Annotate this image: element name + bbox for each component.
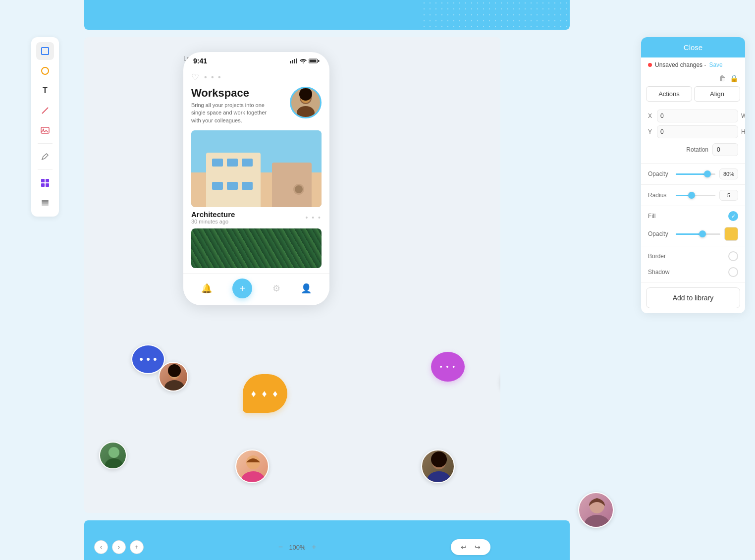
unsaved-changes-bar: Unsaved changes - Save [641, 57, 745, 72]
opacity-label: Opacity [648, 170, 672, 177]
avatar-red-man [159, 362, 188, 392]
chat-dots-yellow: ♦ ♦ ♦ [251, 388, 279, 399]
x-input[interactable] [657, 110, 738, 122]
rotation-row: Rotation [641, 141, 745, 161]
rotation-input[interactable] [712, 143, 738, 156]
align-tab[interactable]: Align [694, 86, 740, 102]
heart-icon[interactable]: ♡ [191, 72, 199, 83]
x-input-group: X [648, 110, 738, 122]
svg-rect-14 [294, 59, 295, 63]
panel-icons: 🗑 🔒 [641, 72, 745, 86]
profile-avatar [290, 87, 322, 118]
zoom-in-button[interactable]: + [309, 542, 320, 553]
nav-plus-label: + [239, 283, 245, 294]
opacity-row: Opacity [641, 166, 745, 182]
lock-icon[interactable]: 🔒 [730, 74, 738, 82]
chat-dots-blue: • • • [139, 353, 157, 366]
fill-opacity-track[interactable] [676, 233, 720, 235]
opacity-value[interactable] [719, 168, 738, 179]
canvas-area: Login ⚙ 9:41 ♡ • • • Workspace Bring all… [84, 37, 500, 513]
shadow-row: Shadow [641, 264, 745, 280]
text-tool[interactable]: T [36, 82, 54, 100]
svg-point-1 [42, 67, 49, 74]
architecture-card-image [191, 130, 322, 207]
phone-bottom-nav: 🔔 + ⚙ 👤 [183, 273, 329, 305]
unsaved-dot [648, 63, 652, 67]
card-time: 30 minutes ago [191, 219, 235, 224]
svg-rect-9 [42, 200, 49, 202]
phone-mockup: 9:41 ♡ • • • Workspace Bring all your pr… [183, 52, 329, 305]
zoom-value: 100% [289, 544, 305, 551]
add-to-library-button[interactable]: Add to library [646, 287, 740, 308]
nav-profile-icon[interactable]: 👤 [301, 283, 312, 294]
border-checkbox[interactable] [728, 251, 738, 261]
svg-point-34 [431, 451, 447, 467]
phone-top-actions: ♡ • • • [191, 72, 322, 83]
svg-rect-18 [310, 60, 317, 62]
svg-point-33 [427, 471, 451, 483]
layers-tool[interactable] [36, 194, 54, 212]
prev-page-button[interactable]: ‹ [94, 540, 108, 554]
opacity-slider-fill [676, 173, 707, 175]
svg-rect-7 [41, 183, 45, 187]
top-banner-dots [421, 0, 570, 30]
svg-point-4 [43, 129, 44, 130]
workspace-desc: Bring all your projects into one single … [191, 102, 270, 124]
svg-rect-0 [42, 48, 49, 55]
y-label: Y [648, 128, 655, 135]
more-icon[interactable]: • • • [204, 73, 222, 82]
leaves-card [191, 228, 322, 268]
radius-value[interactable] [719, 190, 738, 201]
chat-bubble-yellow: ♦ ♦ ♦ [243, 374, 287, 413]
rotation-label: Rotation [648, 146, 708, 153]
svg-point-21 [297, 106, 315, 117]
h-input-group: H [741, 125, 745, 138]
save-link[interactable]: Save [709, 61, 722, 68]
svg-rect-11 [42, 204, 49, 206]
zoom-out-button[interactable]: − [275, 542, 286, 553]
nav-settings-icon[interactable]: ⚙ [272, 283, 280, 294]
pen-tool[interactable] [36, 148, 54, 166]
svg-point-23 [299, 88, 312, 101]
phone-time: 9:41 [193, 57, 207, 65]
line-tool[interactable] [36, 102, 54, 119]
image-tool[interactable] [36, 121, 54, 139]
nav-bell-icon[interactable]: 🔔 [201, 283, 212, 294]
radius-slider-track[interactable] [676, 195, 715, 196]
right-panel: Close Unsaved changes - Save 🗑 🔒 Actions… [641, 37, 745, 313]
rectangle-tool[interactable] [36, 42, 54, 60]
actions-tab[interactable]: Actions [646, 86, 692, 102]
svg-rect-5 [41, 179, 45, 182]
card-more-icon[interactable]: • • • [306, 214, 322, 222]
svg-rect-10 [42, 202, 49, 204]
divider-5 [641, 282, 745, 282]
trash-icon[interactable]: 🗑 [719, 74, 726, 82]
close-button[interactable]: Close [641, 37, 745, 57]
add-page-button[interactable]: + [130, 540, 144, 554]
fill-color-picker[interactable] [724, 227, 738, 241]
svg-point-27 [168, 364, 181, 377]
unsaved-text: Unsaved changes - [655, 61, 706, 68]
opacity-slider-track[interactable] [676, 173, 715, 175]
divider-2 [641, 184, 745, 185]
phone-status-icons [290, 58, 320, 63]
opacity-slider-thumb [704, 170, 711, 177]
svg-rect-12 [290, 61, 291, 63]
svg-rect-6 [46, 179, 49, 182]
ellipse-tool[interactable] [36, 62, 54, 80]
next-page-button[interactable]: › [112, 540, 126, 554]
avatar-woman-right [578, 492, 614, 528]
y-input[interactable] [657, 125, 738, 138]
undo-redo-controls: ↩ ↪ [451, 539, 490, 555]
shadow-checkbox[interactable] [728, 267, 738, 277]
w-label: W [741, 112, 745, 119]
svg-point-16 [303, 62, 304, 63]
radius-label: Radius [648, 192, 672, 199]
toolbar-divider [38, 143, 53, 144]
fill-checkbox[interactable]: ✓ [728, 211, 738, 221]
components-tool[interactable] [36, 174, 54, 192]
redo-button[interactable]: ↪ [472, 541, 484, 553]
undo-button[interactable]: ↩ [458, 541, 470, 553]
svg-rect-8 [46, 183, 49, 187]
nav-plus-button[interactable]: + [232, 279, 252, 298]
